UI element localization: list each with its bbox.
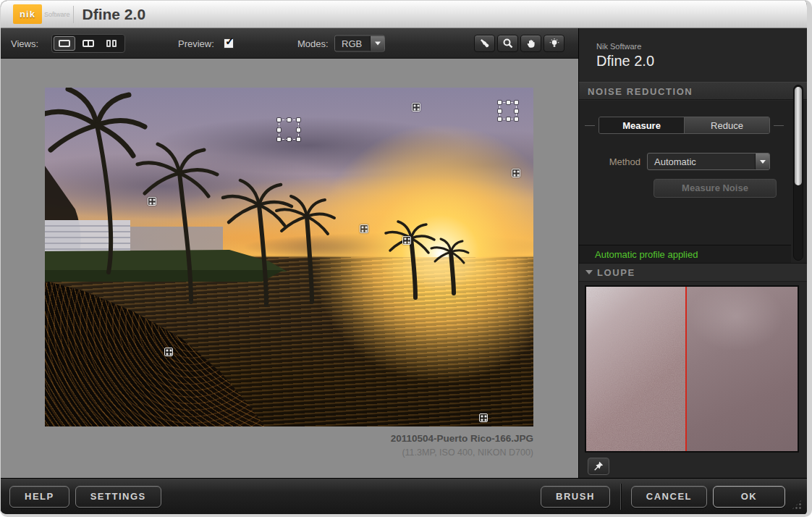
- preview-canvas: 20110504-Puerto Rico-166.JPG (11.3MP, IS…: [1, 59, 578, 478]
- ok-button[interactable]: OK: [713, 486, 785, 508]
- title-divider: [73, 6, 74, 23]
- loupe-header[interactable]: LOUPE: [579, 263, 807, 282]
- select-arrow-icon: [479, 38, 491, 49]
- tab-dash-right: [774, 125, 784, 126]
- loupe-after-half: [685, 287, 798, 451]
- method-label: Method: [579, 156, 647, 167]
- preview-label: Preview:: [178, 38, 214, 49]
- brand-block: Nik Software Dfine 2.0: [596, 41, 654, 70]
- resize-grip[interactable]: [791, 499, 803, 510]
- noise-grain: [586, 287, 685, 451]
- pan-tool-button[interactable]: [520, 35, 541, 52]
- noise-reduction-body: Measure Reduce Method Automatic Measure …: [579, 101, 807, 263]
- views-label: Views:: [11, 38, 38, 49]
- magnifier-icon: [502, 38, 514, 49]
- window-title: Dfine 2.0: [83, 6, 146, 23]
- brand-product: Dfine 2.0: [596, 51, 654, 70]
- measurement-point[interactable]: [512, 169, 520, 177]
- brand-company: Nik Software: [596, 41, 654, 51]
- loupe-before-half: [586, 287, 685, 451]
- settings-panel: Nik Software Dfine 2.0 NOISE REDUCTION M…: [579, 28, 807, 478]
- hand-icon: [525, 38, 537, 49]
- status-message: Automatic profile applied: [579, 245, 791, 263]
- noise-reduction-header: NOISE REDUCTION: [579, 82, 807, 100]
- method-row: Method Automatic: [579, 153, 807, 170]
- measurement-point[interactable]: [402, 236, 411, 245]
- preview-checkbox[interactable]: [224, 38, 234, 49]
- zoom-tool-button[interactable]: [497, 35, 518, 52]
- lightbulb-icon: [549, 38, 560, 49]
- footer-divider: [620, 484, 621, 510]
- side-by-side-view-icon: [106, 40, 118, 47]
- measurement-point[interactable]: [164, 348, 173, 356]
- split-view-icon: [83, 40, 94, 47]
- modes-value: RGB: [335, 38, 370, 49]
- modes-label: Modes:: [297, 38, 329, 49]
- split-view-button[interactable]: [77, 36, 99, 51]
- panel-scrollbar[interactable]: [793, 85, 803, 261]
- dropdown-arrow-icon[interactable]: [755, 154, 769, 169]
- cancel-button[interactable]: CANCEL: [631, 486, 707, 508]
- tool-buttons: [474, 35, 564, 52]
- single-view-icon: [59, 40, 70, 47]
- measurement-region[interactable]: [499, 102, 517, 119]
- measure-noise-button[interactable]: Measure Noise: [654, 179, 777, 198]
- help-button[interactable]: HELP: [9, 486, 69, 508]
- loupe-split-line[interactable]: [685, 287, 687, 451]
- title-bar: nik Software Dfine 2.0: [1, 1, 807, 28]
- tab-dash-left: [585, 125, 595, 126]
- toolbar: Views: Preview: Modes: RGB: [1, 28, 578, 59]
- view-mode-group: [51, 34, 125, 53]
- loupe-pin-button[interactable]: [588, 458, 609, 475]
- scrollbar-thumb[interactable]: [795, 87, 802, 185]
- tabset: Measure Reduce: [599, 117, 770, 134]
- filename-label: 20110504-Puerto Rico-166.JPG: [45, 432, 533, 446]
- pushpin-icon: [593, 461, 604, 472]
- tabs-row: Measure Reduce: [585, 117, 784, 134]
- select-arrow-tool-button[interactable]: [474, 35, 495, 52]
- measurement-point[interactable]: [148, 197, 156, 206]
- brush-button[interactable]: BRUSH: [541, 486, 610, 508]
- measurement-point[interactable]: [412, 103, 420, 112]
- measurement-point[interactable]: [479, 413, 488, 422]
- modes-dropdown[interactable]: RGB: [334, 35, 385, 51]
- measurement-region[interactable]: [279, 119, 299, 140]
- loupe-title: LOUPE: [597, 267, 635, 278]
- file-info-label: (11.3MP, ISO 400, NIKON D700): [45, 446, 533, 460]
- single-view-button[interactable]: [54, 36, 75, 51]
- logo-subtext: Software: [44, 11, 70, 18]
- side-by-side-view-button[interactable]: [101, 36, 123, 51]
- collapse-triangle-icon: [585, 270, 593, 274]
- dropdown-arrow-icon[interactable]: [370, 35, 384, 51]
- method-value: Automatic: [648, 156, 755, 167]
- measurement-point[interactable]: [360, 224, 368, 233]
- photo-caption: 20110504-Puerto Rico-166.JPG (11.3MP, IS…: [45, 432, 533, 460]
- footer-bar: HELP SETTINGS BRUSH CANCEL OK: [1, 478, 807, 514]
- method-dropdown[interactable]: Automatic: [647, 153, 770, 170]
- dfine-window: nik Software Dfine 2.0 Views: Preview: M…: [0, 0, 812, 517]
- settings-button[interactable]: SETTINGS: [75, 486, 161, 508]
- lights-out-tool-button[interactable]: [544, 35, 564, 52]
- tab-reduce[interactable]: Reduce: [684, 117, 769, 133]
- nik-logo-icon: nik: [13, 4, 42, 24]
- photo[interactable]: [45, 88, 533, 426]
- tab-measure[interactable]: Measure: [599, 117, 684, 133]
- loupe-preview[interactable]: [585, 285, 799, 453]
